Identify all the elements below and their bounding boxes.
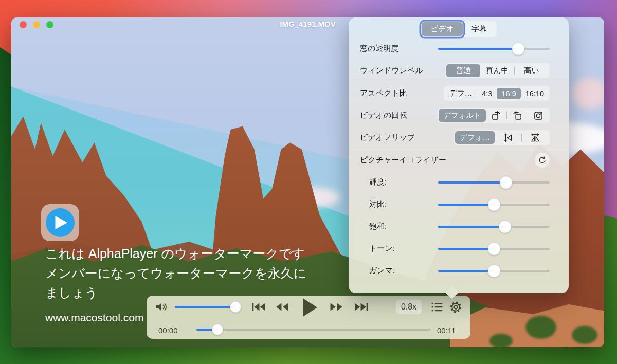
aspect-ratio-segmented: デフ… 4:3 16:9 16:10: [444, 86, 550, 101]
aspect-16-9[interactable]: 16:9: [497, 88, 520, 99]
rotate-180-icon[interactable]: [528, 109, 549, 122]
gamma-slider[interactable]: [438, 266, 550, 276]
watermark-line-2: メンバーになってウォーターマークを永久に: [45, 263, 306, 283]
volume-slider[interactable]: [175, 302, 235, 312]
video-rotation-label: ビデオの回転: [360, 111, 407, 120]
bush: [525, 316, 556, 339]
bush: [489, 334, 513, 347]
aspect-ratio-label: アスペクト比: [360, 88, 407, 98]
aspect-default[interactable]: デフ…: [445, 87, 477, 100]
play-icon[interactable]: [301, 297, 319, 318]
row-tone: トーン:: [349, 238, 569, 260]
brightness-label: 輝度:: [369, 177, 387, 187]
tone-label: トーン:: [369, 244, 395, 253]
fast-forward-icon[interactable]: [329, 302, 344, 312]
skip-back-icon[interactable]: [251, 302, 266, 312]
window-transparency-slider[interactable]: [438, 44, 550, 54]
row-equalizer-header: ピクチャーイコライザー: [349, 149, 569, 171]
window-level-middle[interactable]: 真ん中: [480, 64, 514, 77]
row-aspect-ratio: アスペクト比 デフ… 4:3 16:9 16:10: [349, 82, 569, 104]
saturation-slider[interactable]: [438, 222, 550, 232]
window-transparency-label: 窓の透明度: [360, 44, 398, 53]
row-contrast: 対比:: [349, 193, 569, 215]
flip-vertical-icon[interactable]: [495, 131, 521, 144]
window-level-label: ウィンドウレベル: [360, 66, 423, 76]
video-rotation-segmented: デフォルト: [438, 108, 550, 123]
row-video-flip: ビデオフリップ デフォ…: [349, 126, 569, 149]
playback-control-bar: 0.8x 00:00 00:11: [147, 296, 470, 339]
bush: [572, 326, 597, 344]
window-level-segmented: 普通 真ん中 高い: [445, 63, 550, 78]
row-video-rotation: ビデオの回転 デフォルト: [349, 104, 569, 126]
picture-equalizer-label: ピクチャーイコライザー: [360, 155, 446, 165]
video-flip-label: ビデオフリップ: [360, 133, 415, 142]
video-flip-segmented: デフォ…: [454, 130, 550, 145]
gamma-label: ガンマ:: [369, 266, 395, 276]
speaker-icon[interactable]: [155, 300, 170, 314]
tab-subtitles[interactable]: 字幕: [463, 22, 496, 36]
row-brightness: 輝度:: [349, 171, 569, 193]
flip-horizontal-icon[interactable]: [522, 131, 549, 144]
aspect-4-3[interactable]: 4:3: [477, 88, 497, 99]
saturation-label: 飽和:: [369, 222, 387, 231]
progress-slider[interactable]: [196, 324, 431, 335]
gear-icon[interactable]: [448, 300, 463, 314]
tone-slider[interactable]: [438, 244, 550, 254]
row-window-level: ウィンドウレベル 普通 真ん中 高い: [349, 60, 569, 82]
rotation-default[interactable]: デフォルト: [439, 109, 486, 122]
cloud: [572, 78, 604, 109]
window-level-high[interactable]: 高い: [515, 64, 549, 77]
rotate-clockwise-icon[interactable]: [486, 109, 506, 122]
contrast-slider[interactable]: [438, 199, 550, 210]
time-current: 00:00: [158, 326, 178, 335]
popover-tab-bar: ビデオ 字幕: [349, 17, 569, 38]
equalizer-reset-button[interactable]: [535, 153, 550, 168]
row-saturation: 飽和:: [349, 215, 569, 238]
playback-speed-button[interactable]: 0.8x: [396, 300, 422, 314]
watermark-url: www.macostool.com: [45, 312, 143, 324]
play-overlay-button[interactable]: [41, 204, 79, 241]
settings-popover: ビデオ 字幕 窓の透明度 ウィンドウレベル 普通 真ん中 高い: [349, 17, 569, 293]
rewind-icon[interactable]: [274, 302, 289, 312]
aspect-16-10[interactable]: 16:10: [521, 88, 549, 99]
skip-forward-icon[interactable]: [354, 302, 369, 312]
contrast-label: 対比:: [369, 199, 387, 209]
tab-video[interactable]: ビデオ: [422, 22, 463, 36]
window-level-normal[interactable]: 普通: [446, 64, 480, 77]
watermark-line-1: これは AlphaPlayer のウォーターマークです: [45, 244, 306, 263]
time-total: 00:11: [437, 326, 456, 335]
brightness-slider[interactable]: [438, 177, 550, 188]
watermark-text: これは AlphaPlayer のウォーターマークです メンバーになってウォータ…: [45, 244, 306, 302]
play-circle-icon: [46, 208, 75, 237]
row-gamma: ガンマ:: [349, 260, 569, 282]
flip-default[interactable]: デフォ…: [455, 131, 495, 144]
rotate-counterclockwise-icon[interactable]: [507, 109, 528, 122]
playlist-icon[interactable]: [430, 300, 444, 314]
row-window-transparency: 窓の透明度: [349, 38, 569, 60]
